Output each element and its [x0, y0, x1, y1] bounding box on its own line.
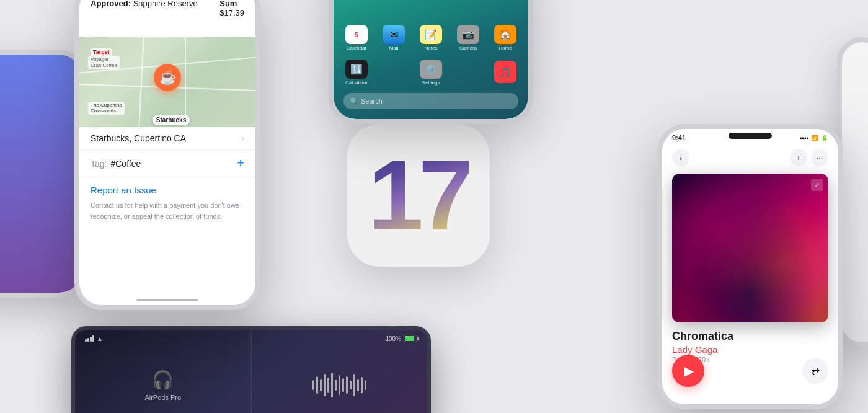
wallet-report-section: Report an Issue Contact us for help with… [79, 177, 255, 226]
cellular-signal [85, 335, 94, 342]
signal-wifi-group: ▲ [85, 335, 103, 342]
map-cupertino-label: The CupertinoCrossroads [88, 102, 125, 115]
sum-value: $17.39 [219, 8, 244, 17]
add-tag-button[interactable]: + [237, 156, 244, 171]
album-art: ⤢ [672, 174, 828, 322]
music-app-icon[interactable]: 🎵 [492, 60, 518, 86]
map-container: Target VoyagerCraft Coffee The Cupertino… [79, 37, 255, 127]
mail-app-icon[interactable]: ✉ Mail [381, 25, 407, 51]
artist-name[interactable]: Lady Gaga [672, 344, 828, 355]
settings-label: Settings [422, 80, 440, 86]
music-controls: ▶ ⇄ [672, 355, 828, 387]
battery-icon: 🔋 [821, 135, 828, 141]
expand-icon[interactable]: ⤢ [811, 179, 823, 191]
home-icons-row-1: 5 Calendar ✉ Mail 📝 Notes [343, 25, 518, 51]
main-scene: Approved: Sapphire Reserve Sum $17.39 Ta… [0, 0, 868, 413]
notes-label: Notes [425, 45, 438, 51]
status-time: 9:41 [672, 134, 686, 141]
wallet-tag-row: Tag: #Coffee + [79, 150, 255, 177]
play-button[interactable]: ▶ [672, 355, 704, 387]
music-status-bar: 9:41 ▪▪▪▪ 📶 🔋 [672, 134, 828, 141]
signal-icon: ▪▪▪▪ [800, 135, 808, 141]
calculator-app-icon[interactable]: 🔢 Calculator [343, 60, 370, 86]
calendar-label: Calendar [347, 45, 366, 51]
home-app-icon[interactable]: 🏠 Home [492, 25, 518, 51]
sum-label: Sum [219, 0, 244, 8]
phone-home: 5 Calendar ✉ Mail 📝 Notes [329, 0, 533, 124]
search-icon: 🔍 [350, 97, 358, 105]
album-title: Chromatica [672, 330, 828, 343]
mail-label: Mail [389, 45, 399, 51]
airpods-section: 🎧 AirPods Pro [75, 330, 252, 413]
report-description: Contact us for help with a payment you d… [91, 202, 239, 220]
ios17-badge: 17 [347, 124, 490, 267]
phone-music: 9:41 ▪▪▪▪ 📶 🔋 ‹ + ··· ⤢ Chro [657, 124, 843, 409]
settings-app-icon[interactable]: ⚙️ Settings [418, 60, 444, 86]
approved-label: Approved: [91, 0, 131, 8]
chevron-right-icon: › [241, 133, 244, 143]
shuffle-button[interactable]: ⇄ [802, 358, 828, 384]
waveform-visualization [312, 373, 366, 397]
home-icons-grid: 5 Calendar ✉ Mail 📝 Notes [334, 25, 528, 94]
waveform-section [252, 330, 428, 413]
tag-label: Tag: [91, 159, 107, 169]
phone-bottom: ▲ 100% 🎧 AirPods Pro [71, 326, 431, 413]
notes-app-icon[interactable]: 📝 Notes [418, 25, 444, 51]
home-search-bar[interactable]: 🔍 Search [343, 93, 518, 109]
battery-indicator [404, 335, 417, 342]
map-pin: ☕ [154, 64, 181, 91]
wallet-location-row[interactable]: Starbucks, Cupertino CA › [79, 127, 255, 150]
play-icon: ▶ [684, 363, 694, 378]
location-text: Starbucks, Cupertino CA [91, 133, 186, 143]
shuffle-icon: ⇄ [812, 365, 820, 377]
home-indicator [136, 299, 198, 301]
map-voyager-label: VoyagerCraft Coffee [88, 56, 120, 69]
music-nav-bar: ‹ + ··· [662, 146, 838, 169]
airpods-label: AirPods Pro [144, 394, 181, 401]
battery-group: 100% [385, 335, 417, 342]
search-label: Search [361, 97, 383, 105]
camera-app-icon[interactable]: 📷 Camera [455, 25, 481, 51]
wifi-icon: 📶 [811, 135, 818, 141]
bottom-status-bar: ▲ 100% [85, 335, 417, 342]
coffee-icon: ☕ [159, 69, 176, 86]
add-button[interactable]: + [790, 149, 807, 166]
ios17-number: 17 [368, 146, 469, 245]
home-label: Home [498, 45, 512, 51]
airpods-icon: 🎧 [152, 370, 174, 390]
wifi-icon: ▲ [97, 335, 103, 342]
back-button[interactable]: ‹ [672, 149, 689, 166]
status-icons: ▪▪▪▪ 📶 🔋 [800, 135, 828, 141]
tag-value: #Coffee [110, 159, 233, 169]
phone-far-left [0, 50, 87, 298]
phone-wallet: Approved: Sapphire Reserve Sum $17.39 Ta… [74, 0, 260, 310]
home-icons-row-2: 🔢 Calculator ⚙️ Settings 🎵 [343, 60, 518, 86]
more-button[interactable]: ··· [811, 149, 828, 166]
report-issue-link[interactable]: Report an Issue [91, 185, 244, 195]
map-target-label: Target [91, 48, 112, 56]
camera-label: Camera [459, 45, 477, 51]
battery-percentage: 100% [385, 335, 401, 342]
map-starbucks-label: Starbucks [153, 115, 190, 125]
approved-value: Sapphire Reserve [133, 0, 198, 8]
calendar-app-icon[interactable]: 5 Calendar [343, 25, 370, 51]
calculator-label: Calculator [345, 80, 368, 86]
